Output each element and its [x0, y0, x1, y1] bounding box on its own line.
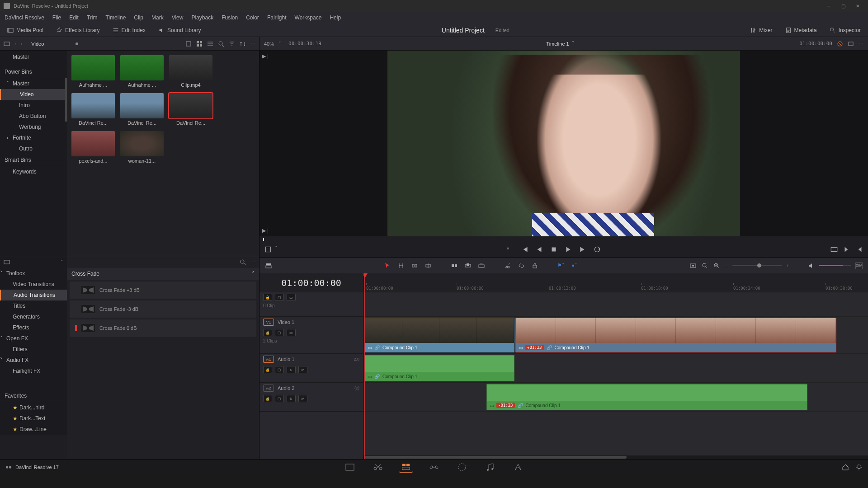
selection-tool[interactable]: [384, 262, 391, 269]
timeline-scrollbar[interactable]: [363, 455, 868, 459]
search-icon[interactable]: [218, 41, 224, 47]
menu-playback[interactable]: Playback: [191, 14, 213, 21]
lane-a2[interactable]: ▭-01:23🔗Compound Clip 1: [363, 383, 868, 412]
zoom-to-fit-button[interactable]: [701, 262, 708, 269]
pool-nav-back[interactable]: ‹: [14, 41, 16, 47]
menu-workspace[interactable]: Workspace: [295, 14, 322, 21]
detail-zoom-button[interactable]: [713, 262, 720, 269]
fx-options-icon[interactable]: ⋯: [250, 259, 255, 265]
timeline-canvas[interactable]: 01:00:00:00 01:00:06:00 01:00:12:00 01:0…: [363, 273, 868, 459]
volume-icon[interactable]: [807, 262, 815, 269]
page-fairlight[interactable]: [483, 462, 497, 473]
fx-favorites-header[interactable]: Favorites: [0, 390, 67, 402]
disable-icon[interactable]: ▭: [287, 294, 296, 301]
menu-fairlight[interactable]: Fairlight: [267, 14, 287, 21]
settings-button[interactable]: [855, 464, 863, 471]
effects-library-toggle[interactable]: Effects Library: [53, 25, 102, 35]
fx-panel-icon[interactable]: [4, 259, 10, 265]
track-badge-a1[interactable]: A1: [263, 356, 274, 363]
bin-fortnite[interactable]: ›Fortnite: [0, 132, 67, 143]
overwrite-clip-button[interactable]: [464, 262, 472, 269]
lock-icon[interactable]: 🔒: [263, 294, 272, 301]
auto-select-icon[interactable]: ▢: [275, 395, 284, 402]
auto-select-icon[interactable]: ▢: [275, 366, 284, 373]
bin-view-icon[interactable]: [4, 41, 10, 47]
list-view-icon[interactable]: [207, 41, 213, 47]
bin-abo-button[interactable]: Abo Button: [0, 111, 67, 122]
link-button[interactable]: [518, 262, 525, 269]
mixer-toggle[interactable]: Mixer: [747, 25, 775, 35]
page-cut[interactable]: [371, 462, 385, 473]
fx-collapse-icon[interactable]: ˄: [252, 271, 255, 277]
clip-item[interactable]: Aufnahme ...: [71, 55, 115, 88]
auto-select-icon[interactable]: ▢: [275, 329, 284, 336]
lane-v2[interactable]: [363, 292, 868, 317]
clip-item[interactable]: Aufnahme ...: [120, 55, 164, 88]
clip-compound-2-a[interactable]: ▭-01:23🔗Compound Clip 1: [486, 384, 807, 410]
bypass-fx-icon[interactable]: [837, 41, 843, 47]
mute-button[interactable]: M: [298, 366, 307, 373]
stop-button[interactable]: [550, 245, 558, 253]
clip-compound-1-a[interactable]: ▭🔗Compound Clip 1: [364, 355, 514, 381]
page-fusion[interactable]: [427, 462, 441, 473]
prev-clip-button[interactable]: [855, 245, 863, 253]
match-frame-icon[interactable]: ▶❘: [262, 53, 270, 59]
lock-button[interactable]: [531, 262, 538, 269]
clip-compound-1-v[interactable]: ▭🔗Compound Clip 1: [364, 318, 514, 352]
timeline-ruler[interactable]: 01:00:00:00 01:00:06:00 01:00:12:00 01:0…: [363, 273, 868, 292]
mute-button[interactable]: M: [298, 395, 307, 402]
bin-keywords[interactable]: Keywords: [0, 166, 67, 177]
clip-item[interactable]: Clip.mp4: [169, 55, 212, 88]
page-deliver[interactable]: [511, 462, 525, 473]
lock-icon[interactable]: 🔒: [263, 329, 272, 336]
lane-a1[interactable]: ▭🔗Compound Clip 1: [363, 354, 868, 383]
fx-fav-item[interactable]: ★Dark...hird: [0, 402, 67, 413]
source-zoom[interactable]: 40%: [264, 41, 274, 47]
close-button[interactable]: ✕: [851, 1, 864, 10]
menu-fusion[interactable]: Fusion: [222, 14, 238, 21]
zoom-slider[interactable]: [732, 265, 782, 266]
fx-toolbox[interactable]: ˅Toolbox: [0, 268, 67, 279]
pool-options-icon[interactable]: ⋯: [250, 41, 255, 47]
fx-generators[interactable]: Generators: [0, 311, 67, 322]
track-a1[interactable]: A1 Audio 1 2.0 🔒 ▢ S M: [259, 354, 363, 383]
home-button[interactable]: [842, 464, 849, 471]
viewer-scrubber[interactable]: [259, 236, 868, 242]
fx-fairlightfx[interactable]: Fairlight FX: [0, 366, 67, 376]
last-frame-button[interactable]: [579, 245, 587, 253]
razor-button[interactable]: [504, 262, 511, 269]
clip-item[interactable]: woman-11...: [120, 131, 164, 164]
solo-button[interactable]: S: [287, 366, 296, 373]
zoom-in-button[interactable]: +: [787, 263, 789, 268]
power-bins-header[interactable]: Power Bins: [0, 66, 67, 78]
fx-fav-item[interactable]: ★Draw...Line: [0, 424, 67, 435]
lane-v1[interactable]: ▭🔗Compound Clip 1 ▭+01:23🔗Compound Clip …: [363, 317, 868, 354]
fx-fav-item[interactable]: ★Dark...Text: [0, 413, 67, 424]
snap-button[interactable]: [689, 262, 697, 269]
zoom-out-button[interactable]: −: [725, 263, 727, 268]
metadata-toggle[interactable]: Metadata: [783, 25, 820, 35]
timeline-timecode[interactable]: 01:00:00:00: [259, 273, 363, 292]
menu-file[interactable]: File: [52, 14, 61, 21]
pool-nav-fwd[interactable]: ›: [21, 41, 23, 47]
trim-tool[interactable]: [397, 262, 405, 269]
timeline-name[interactable]: Timeline 1: [546, 41, 569, 47]
dynamic-trim-tool[interactable]: [411, 262, 418, 269]
disable-icon[interactable]: ▭: [287, 329, 296, 336]
menu-view[interactable]: View: [172, 14, 184, 21]
fx-crossfade-plus3[interactable]: Cross Fade +3 dB: [70, 282, 256, 299]
fx-crossfade-0[interactable]: Cross Fade 0 dB: [70, 319, 256, 337]
marker-button[interactable]: ●˅: [571, 262, 578, 269]
pool-breadcrumb[interactable]: Video: [31, 41, 44, 47]
timeline-dropdown-icon[interactable]: ˅: [572, 41, 575, 47]
metadata-view-icon[interactable]: [185, 41, 192, 47]
fx-video-transitions[interactable]: Video Transitions: [0, 279, 67, 290]
track-a2[interactable]: A2 Audio 2 (2) 🔒 ▢ S M: [259, 383, 363, 412]
playhead[interactable]: [364, 273, 365, 459]
filter-icon[interactable]: [229, 41, 235, 47]
edit-index-toggle[interactable]: Edit Index: [110, 25, 148, 35]
menu-color[interactable]: Color: [246, 14, 259, 21]
fx-filters[interactable]: Filters: [0, 344, 67, 355]
lock-icon[interactable]: 🔒: [263, 395, 272, 402]
bin-werbung[interactable]: Werbung: [0, 122, 67, 132]
